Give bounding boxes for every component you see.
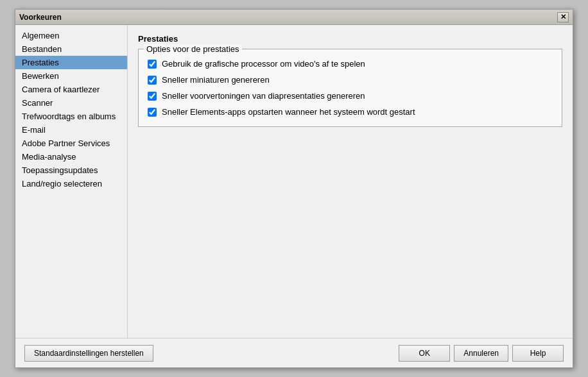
sidebar-item-6[interactable]: Trefwoordtags en albums <box>15 110 127 123</box>
title-bar: Voorkeuren ✕ <box>15 10 573 25</box>
sidebar-item-1[interactable]: Bestanden <box>15 42 127 56</box>
dialog-title: Voorkeuren <box>19 13 62 22</box>
cancel-button[interactable]: Annuleren <box>454 345 508 362</box>
option-row-3: Sneller Elements-apps opstarten wanneer … <box>148 104 553 120</box>
options-group-legend: Opties voor de prestaties <box>144 44 242 54</box>
section-title: Prestaties <box>138 34 562 44</box>
sidebar-item-10[interactable]: Toepassingsupdates <box>15 163 127 177</box>
dialog-body: AlgemeenBestandenPrestatiesBewerkenCamer… <box>15 25 573 338</box>
sidebar-item-9[interactable]: Media-analyse <box>15 150 127 163</box>
voorkeuren-dialog: Voorkeuren ✕ AlgemeenBestandenPrestaties… <box>15 9 573 368</box>
sidebar-item-11[interactable]: Land/regio selecteren <box>15 177 127 190</box>
sidebar-item-4[interactable]: Camera of kaartlezer <box>15 83 127 96</box>
sidebar-item-7[interactable]: E-mail <box>15 123 127 137</box>
sidebar-item-0[interactable]: Algemeen <box>15 29 127 42</box>
dialog-footer: Standaardinstellingen herstellen OK Annu… <box>15 338 573 367</box>
sidebar-item-3[interactable]: Bewerken <box>15 69 127 83</box>
sidebar: AlgemeenBestandenPrestatiesBewerkenCamer… <box>15 25 128 338</box>
sidebar-item-8[interactable]: Adobe Partner Services <box>15 137 127 150</box>
close-button[interactable]: ✕ <box>557 12 569 22</box>
help-button[interactable]: Help <box>512 345 564 362</box>
option-checkbox-1[interactable] <box>148 76 157 85</box>
option-label-1: Sneller miniaturen genereren <box>162 75 270 85</box>
sidebar-item-2[interactable]: Prestaties <box>15 56 127 69</box>
option-checkbox-3[interactable] <box>148 108 157 117</box>
option-checkbox-2[interactable] <box>148 92 157 101</box>
sidebar-item-5[interactable]: Scanner <box>15 96 127 110</box>
reset-button[interactable]: Standaardinstellingen herstellen <box>24 345 153 362</box>
option-row-2: Sneller voorvertoningen van diapresentat… <box>148 88 553 104</box>
footer-right: OK Annuleren Help <box>399 345 564 362</box>
footer-left: Standaardinstellingen herstellen <box>24 345 153 362</box>
option-checkbox-0[interactable] <box>148 60 157 69</box>
ok-button[interactable]: OK <box>399 345 450 362</box>
option-row-0: Gebruik de grafische processor om video'… <box>148 56 553 72</box>
option-label-0: Gebruik de grafische processor om video'… <box>162 59 365 69</box>
option-label-2: Sneller voorvertoningen van diapresentat… <box>162 91 365 101</box>
content-area: Prestaties Opties voor de prestaties Geb… <box>128 25 573 338</box>
options-group: Opties voor de prestaties Gebruik de gra… <box>138 49 562 127</box>
option-label-3: Sneller Elements-apps opstarten wanneer … <box>162 107 415 117</box>
option-row-1: Sneller miniaturen genereren <box>148 72 553 88</box>
